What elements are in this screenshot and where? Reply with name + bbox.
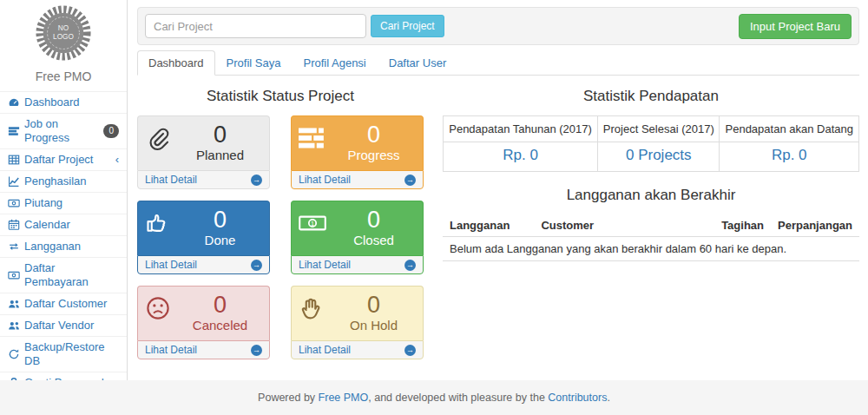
subscription-header: Langganan: [443, 214, 534, 237]
card-count: 0: [178, 208, 262, 233]
job-count-badge: 0: [103, 124, 119, 138]
subscription-header: Tagihan: [708, 214, 771, 237]
svg-text:LOGO: LOGO: [53, 33, 74, 41]
arrow-circle-right-icon: →: [404, 260, 416, 271]
subscription-header: Perpanjangan: [771, 214, 859, 237]
tab-profil-saya[interactable]: Profil Saya: [215, 50, 293, 76]
sidebar-item-label: Job on Progress: [24, 117, 99, 145]
sidebar-item-daftar-vendor[interactable]: Daftar Vendor: [0, 314, 127, 336]
sidebar-item-label: Daftar Customer: [24, 297, 107, 311]
income-table: Pendapatan Tahunan (2017) Project Selesa…: [443, 115, 859, 172]
income-section: Statistik Pendapatan Pendapatan Tahunan …: [443, 76, 859, 359]
sidebar-item-label: Daftar Vendor: [24, 319, 94, 333]
status-card-canceled: 0 Canceled Lihat Detail →: [137, 286, 270, 359]
card-label: Done: [178, 233, 262, 248]
sidebar-item-label: Dashboard: [24, 96, 80, 109]
status-card-planned: 0 Planned Lihat Detail →: [137, 115, 270, 189]
card-count: 0: [332, 122, 416, 148]
income-header: Pendapatan akan Datang: [720, 116, 859, 142]
sidebar-item-calendar[interactable]: Calendar: [0, 214, 127, 235]
lihat-detail-link[interactable]: Lihat Detail →: [291, 255, 424, 274]
main-content: Cari Project Input Project Baru Dashboar…: [128, 0, 868, 380]
lihat-detail-link[interactable]: Lihat Detail →: [137, 340, 270, 359]
tasks-icon: [8, 125, 20, 137]
lihat-detail-link[interactable]: Lihat Detail →: [137, 255, 270, 274]
sidebar-item-backup-restore-db[interactable]: Backup/Restore DB: [0, 336, 127, 372]
retweet-icon: [8, 240, 20, 253]
footer-text: .: [607, 392, 609, 404]
sidebar-item-daftar-pembayaran[interactable]: Daftar Pembayaran: [0, 257, 127, 293]
footer-contributors-link[interactable]: Contributors: [548, 392, 607, 404]
chevron-left-icon: ‹: [115, 155, 119, 165]
status-card-on-hold: 0 On Hold Lihat Detail →: [291, 286, 424, 359]
tab-daftar-user[interactable]: Daftar User: [378, 50, 457, 76]
status-card-closed: 1 0 Closed Lihat Detail →: [291, 201, 424, 274]
hand-icon: [299, 295, 325, 323]
card-count: 0: [178, 122, 262, 148]
subscription-section-title: Langganan akan Berakhir: [443, 187, 859, 204]
sidebar-item-label: Backup/Restore DB: [24, 340, 119, 368]
sidebar-item-piutang[interactable]: Piutang: [0, 192, 127, 214]
sidebar-item-label: Daftar Pembayaran: [24, 261, 119, 289]
status-card-done: 0 Done Lihat Detail →: [137, 201, 270, 274]
income-value-link[interactable]: 0 Projects: [598, 142, 720, 172]
sidebar-item-dashboard[interactable]: Dashboard: [0, 91, 127, 113]
income-section-title: Statistik Pendapatan: [443, 88, 859, 105]
brand-name: Free PMO: [0, 69, 127, 83]
sidebar-item-label: Piutang: [24, 196, 62, 210]
table-icon: [8, 154, 20, 166]
no-logo-seal-icon: NO LOGO: [35, 4, 92, 62]
sidebar-item-daftar-project[interactable]: Daftar Project ‹: [0, 148, 127, 170]
lihat-detail-link[interactable]: Lihat Detail →: [291, 170, 424, 189]
income-value-link[interactable]: Rp. 0: [444, 142, 598, 172]
card-label: On Hold: [332, 318, 416, 333]
paperclip-icon: [145, 125, 171, 153]
lihat-detail-link[interactable]: Lihat Detail →: [291, 340, 424, 359]
sidebar-item-label: Calendar: [24, 218, 70, 232]
svg-text:NO: NO: [58, 24, 69, 32]
arrow-circle-right-icon: →: [404, 175, 416, 186]
footer-text: , and developed with pleasure by the: [368, 392, 548, 404]
lihat-detail-link[interactable]: Lihat Detail →: [137, 170, 270, 189]
sidebar-item-daftar-customer[interactable]: Daftar Customer: [0, 293, 127, 314]
sidebar-item-label: Penghasilan: [24, 175, 87, 188]
logo-area: NO LOGO Free PMO: [0, 0, 127, 83]
sidebar-item-label: Langganan: [24, 240, 81, 254]
search-input[interactable]: [145, 14, 366, 38]
card-count: 0: [178, 293, 262, 318]
status-section: Statistik Status Project 0 Planned Lihat…: [137, 76, 424, 359]
frown-icon: [145, 295, 171, 321]
sidebar: NO LOGO Free PMO Dashboard Job on Progre…: [0, 0, 128, 380]
card-count: 0: [332, 208, 416, 233]
subscription-header: Customer: [534, 214, 708, 237]
dashboard-icon: [8, 96, 20, 109]
card-label: Planned: [178, 148, 262, 163]
users-icon: [8, 298, 20, 310]
thumbs-up-icon: [145, 210, 171, 236]
tab-dashboard[interactable]: Dashboard: [137, 50, 215, 76]
sidebar-item-langganan[interactable]: Langganan: [0, 235, 127, 257]
card-label: Closed: [332, 233, 416, 248]
card-label: Canceled: [178, 318, 262, 333]
status-section-title: Statistik Status Project: [137, 88, 424, 105]
calendar-icon: [8, 219, 20, 231]
footer-brand-link[interactable]: Free PMO: [319, 392, 369, 404]
banknote-icon: 1: [299, 210, 326, 236]
sidebar-item-penghasilan[interactable]: Penghasilan: [0, 170, 127, 192]
tab-profil-agensi[interactable]: Profil Agensi: [292, 50, 377, 76]
card-count: 0: [332, 293, 416, 318]
tab-bar: Dashboard Profil Saya Profil Agensi Daft…: [137, 50, 859, 76]
new-project-button[interactable]: Input Project Baru: [739, 14, 852, 39]
income-value-link[interactable]: Rp. 0: [720, 142, 859, 172]
search-bar: Cari Project Input Project Baru: [137, 7, 859, 45]
svg-text:1: 1: [311, 220, 314, 227]
refresh-icon: [8, 348, 20, 360]
users-icon: [8, 319, 20, 332]
sidebar-item-job-on-progress[interactable]: Job on Progress 0: [0, 113, 127, 148]
income-header: Project Selesai (2017): [598, 116, 720, 142]
subscription-table: Langganan Customer Tagihan Perpanjangan …: [443, 214, 859, 261]
status-card-progress: 0 Progress Lihat Detail →: [291, 115, 424, 189]
search-button[interactable]: Cari Project: [371, 15, 444, 37]
subscription-empty-message: Belum ada Langganan yang akan berakhir d…: [443, 237, 859, 261]
card-label: Progress: [332, 148, 416, 163]
